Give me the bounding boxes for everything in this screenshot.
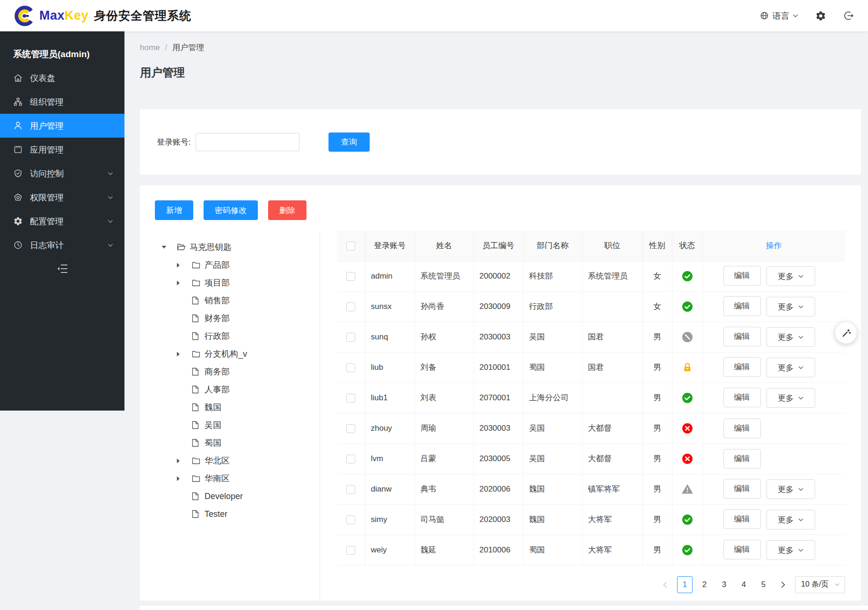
cell-department: 科技部 [523,261,582,291]
edit-button[interactable]: 编辑 [723,540,761,559]
edit-button[interactable]: 编辑 [723,388,761,407]
tree-item[interactable]: 财务部 [140,309,320,327]
cell-name: 吕蒙 [415,443,474,474]
file-icon [192,403,204,412]
pagination-page-3[interactable]: 3 [716,576,732,593]
pagination-page-2[interactable]: 2 [697,576,712,593]
tree-item[interactable]: 商务部 [140,363,320,381]
caret-right-icon[interactable] [176,280,192,286]
col-header-status: 状态 [672,231,702,261]
row-checkbox[interactable] [346,485,355,494]
sidebar-item-label: 用户管理 [30,120,64,132]
cell-name: 孙权 [415,322,474,352]
row-checkbox[interactable] [346,424,355,433]
more-button[interactable]: 更多 [766,297,815,316]
theme-tool-button[interactable] [835,322,857,344]
tree-item[interactable]: 吴国 [140,416,320,434]
edit-button[interactable]: 编辑 [723,419,761,438]
tree-item[interactable]: 人事部 [140,381,320,398]
row-checkbox[interactable] [346,455,355,463]
more-button[interactable]: 更多 [766,388,815,408]
tree-item[interactable]: 行政部 [140,327,320,345]
sidebar-item-audit[interactable]: 日志审计 [0,233,124,257]
more-button[interactable]: 更多 [766,327,815,347]
caret-down-icon[interactable] [161,245,177,249]
cell-gender: 男 [642,352,672,382]
tree-item[interactable]: 蜀国 [140,434,320,452]
caret-right-icon[interactable] [176,476,192,481]
row-checkbox[interactable] [346,515,355,524]
pagination-prev-button[interactable] [657,576,673,593]
edit-button[interactable]: 编辑 [723,266,761,286]
change-password-button[interactable]: 密码修改 [204,200,258,220]
tree-item[interactable]: Developer [140,487,320,505]
tree-item[interactable]: 销售部 [140,292,320,309]
row-checkbox[interactable] [346,546,355,555]
sidebar-item-org[interactable]: 组织管理 [0,90,124,114]
tree-item[interactable]: 华北区 [140,452,320,470]
sidebar-item-permission[interactable]: 权限管理 [0,185,124,209]
cell-gender: 女 [642,261,672,291]
cell-account: simy [365,504,415,535]
user-icon [13,121,23,131]
sidebar-item-dashboard[interactable]: 仪表盘 [0,66,124,90]
pagination-next-button[interactable] [775,576,791,593]
edit-button[interactable]: 编辑 [723,479,761,499]
page-title: 用户管理 [140,65,185,80]
tree-item[interactable]: 项目部 [140,274,320,292]
row-checkbox[interactable] [346,394,355,403]
tree-item[interactable]: 魏国 [140,398,320,416]
tree-item[interactable]: 产品部 [140,256,320,274]
page-size-select[interactable]: 10 条/页 [795,576,845,593]
more-button[interactable]: 更多 [766,479,815,499]
pagination-page-4[interactable]: 4 [736,576,751,593]
add-button[interactable]: 新增 [155,200,193,220]
cell-position: 系统管理员 [582,261,642,291]
tree-item[interactable]: 分支机构_v [140,345,320,363]
row-checkbox[interactable] [346,272,355,281]
more-button-label: 更多 [778,484,794,495]
pagination-page-1[interactable]: 1 [677,576,693,593]
sidebar-item-users[interactable]: 用户管理 [0,114,124,138]
sidebar-item-config[interactable]: 配置管理 [0,209,124,233]
cell-name: 司马懿 [415,504,474,535]
toolbar: 新增 密码修改 删除 [140,185,861,220]
edit-button[interactable]: 编辑 [723,509,761,529]
cell-gender: 男 [642,535,672,565]
edit-button[interactable]: 编辑 [723,357,761,377]
caret-right-icon[interactable] [176,352,192,357]
row-checkbox[interactable] [346,302,355,311]
cell-employee-id: 2030003 [474,322,523,352]
tree-item-label: 项目部 [204,277,230,288]
tree-item[interactable]: 华南区 [140,470,320,487]
caret-right-icon[interactable] [176,263,192,268]
login-account-input[interactable] [196,133,299,151]
breadcrumb: home/用户管理 [140,42,204,53]
more-button[interactable]: 更多 [766,540,815,560]
edit-button[interactable]: 编辑 [723,327,761,346]
edit-button[interactable]: 编辑 [723,296,761,316]
footer-strip [140,605,868,610]
logout-icon[interactable] [843,10,854,21]
language-switcher[interactable]: 语言 [759,10,798,22]
row-checkbox[interactable] [346,333,355,342]
caret-right-icon[interactable] [176,458,192,463]
sidebar-item-access[interactable]: 访问控制 [0,162,124,185]
search-button[interactable]: 查询 [328,132,370,152]
pagination-page-5[interactable]: 5 [756,576,771,593]
tree-item[interactable]: 马克思钥匙 [140,238,320,256]
delete-button[interactable]: 删除 [268,200,306,220]
edit-button[interactable]: 编辑 [723,449,761,469]
settings-gear-icon[interactable] [815,10,826,22]
sidebar-item-apps[interactable]: 应用管理 [0,138,124,162]
row-checkbox[interactable] [346,363,355,372]
tree-item[interactable]: Tester [140,505,320,523]
more-button[interactable]: 更多 [766,266,815,286]
more-button[interactable]: 更多 [766,358,815,377]
breadcrumb-home-link[interactable]: home [140,43,160,52]
table-row: liub刘备2010001蜀国国君男编辑更多 [337,352,845,382]
select-all-checkbox[interactable] [346,242,355,250]
collapse-sidebar-button[interactable] [0,258,124,279]
app-header: MaxKey 身份安全管理系统 语言 [0,0,868,31]
more-button[interactable]: 更多 [766,510,815,529]
